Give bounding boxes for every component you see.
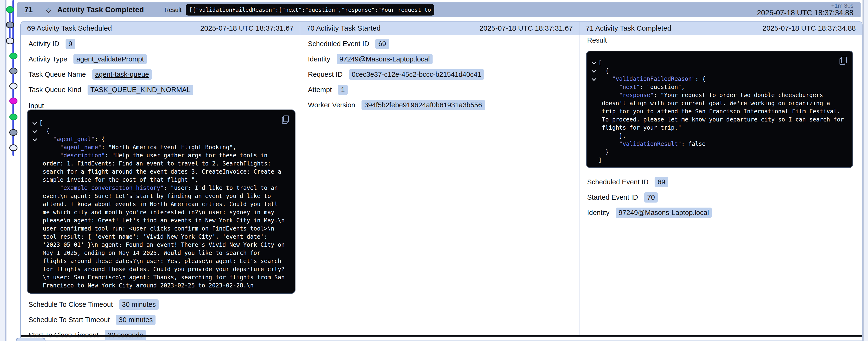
- field-value-badge: 0cec3e37-c12e-45c2-bccc-b21541d40c41: [349, 69, 484, 80]
- code-line: "validationResult": false: [590, 140, 848, 148]
- panel-title: 71 Activity Task Completed: [586, 24, 671, 32]
- timeline-track-line: [5, 0, 6, 341]
- code-line: flights for your trip.": [590, 124, 848, 132]
- field-value-badge: 70: [644, 192, 658, 203]
- elapsed-duration: +1m 30s: [831, 3, 854, 9]
- code-line: May 1 2025, ending on May 14 2025. Would…: [31, 249, 290, 257]
- code-text: for flights around these dates. Could yo…: [39, 266, 285, 273]
- code-line: {: [31, 127, 290, 135]
- field-value-badge: 9: [66, 39, 75, 49]
- code-text: ]: [598, 157, 602, 164]
- code-line: please\n agent: Great! Let's find an eve…: [31, 216, 290, 225]
- code-text: {: [598, 67, 609, 74]
- code-text: order: 1. FindEvents: Find an event to t…: [39, 160, 271, 167]
- code-text: To proceed, please let me know your depa…: [598, 116, 844, 123]
- timeline-event-dot-white[interactable]: [9, 83, 18, 90]
- field-row: Start To Close Timeout30 seconds: [28, 330, 295, 341]
- code-text: flights for your trip.": [598, 124, 681, 131]
- field-value-badge: 69: [375, 39, 389, 49]
- timeline-event-dot-green[interactable]: [9, 53, 18, 59]
- collapse-chevron-icon[interactable]: [590, 61, 598, 64]
- event-id-link[interactable]: 71: [24, 5, 33, 14]
- field-value-badge: agent_validatePrompt: [73, 54, 147, 64]
- code-line: event\n agent: Sure! Let's start by find…: [31, 192, 290, 200]
- field-row: Started Event ID70: [587, 192, 857, 203]
- code-text: \n user: San Francisco\n agent: Thanks, …: [39, 274, 285, 281]
- field-value-badge: 30 minutes: [119, 299, 159, 310]
- result-json-block: [ { "validationFailedReason": { "next": …: [586, 51, 853, 168]
- code-line: }: [590, 148, 848, 156]
- field-label: Identity: [308, 55, 331, 63]
- panel-header: 71 Activity Task Completed 2025-07-18 UT…: [580, 22, 862, 35]
- code-text: attend. I know about events in North Ame…: [39, 201, 278, 208]
- code-line: [: [31, 119, 290, 127]
- timeline-event-dot-gray[interactable]: [9, 68, 18, 74]
- code-text: "validationFailedReason": {: [598, 75, 706, 82]
- timeline-event-dot-white[interactable]: [9, 144, 18, 151]
- timeline-event-dot-white[interactable]: [6, 38, 14, 44]
- code-line: me which city and month you're intereste…: [31, 208, 290, 216]
- code-line: order: 1. FindEvents: Find an event to t…: [31, 160, 290, 168]
- code-text: "response": "Your request to order two d…: [598, 92, 823, 99]
- timeline-event-dot-gray[interactable]: [6, 22, 14, 28]
- panel-header: 70 Activity Task Started 2025-07-18 UTC …: [300, 22, 579, 35]
- copy-icon[interactable]: [840, 57, 847, 65]
- panel-header: 69 Activity Task Scheduled 2025-07-18 UT…: [21, 22, 300, 35]
- code-line: attend. I know about events in North Ame…: [31, 200, 290, 208]
- field-label: Request ID: [308, 71, 343, 78]
- field-label: Schedule To Close Timeout: [28, 301, 113, 308]
- code-line: trip for you to attend the San Francisco…: [590, 107, 848, 115]
- code-line: \n user: San Francisco\n agent: Thanks, …: [31, 273, 290, 281]
- field-value-badge: 97249@Masons-Laptop.local: [616, 208, 712, 218]
- event-row-71[interactable]: 71 ◇ Activity Task Completed Result [{"v…: [17, 2, 861, 17]
- timeline-event-dot-green[interactable]: [9, 113, 18, 120]
- panel-timestamp: 2025-07-18 UTC 18:37:31.67: [479, 24, 573, 32]
- field-row: Task Queue KindTASK_QUEUE_KIND_NORMAL: [28, 84, 295, 95]
- collapse-chevron-icon[interactable]: [590, 77, 598, 80]
- panel-timestamp: 2025-07-18 UTC 18:37:31.67: [200, 24, 293, 32]
- code-text: "agent_name": "North America Event Fligh…: [39, 144, 237, 151]
- code-line: tool_result: { 'event_name': 'Vivid New …: [31, 233, 290, 241]
- field-row: Scheduled Event ID69: [587, 176, 857, 187]
- panel-title: 69 Activity Task Scheduled: [27, 24, 112, 32]
- code-text: flights around these dates?\n user: Yes,…: [39, 258, 281, 265]
- code-line: simple invoice for the cost of that flig…: [31, 176, 290, 184]
- field-row: Request ID0cec3e37-c12e-45c2-bccc-b21541…: [308, 69, 574, 80]
- timeline-event-dot-gray[interactable]: [9, 129, 18, 136]
- code-text: search for a flight around the event dat…: [39, 168, 281, 175]
- next-event-row-stub[interactable]: [16, 338, 45, 341]
- collapse-chevron-icon[interactable]: [31, 129, 39, 133]
- panel-activity-task-started: 70 Activity Task Started 2025-07-18 UTC …: [300, 22, 579, 335]
- code-line: "response": "Your request to order two d…: [590, 91, 848, 99]
- code-line: {: [590, 67, 848, 75]
- collapse-chevron-icon[interactable]: [31, 121, 39, 125]
- field-value-badge: 69: [655, 177, 668, 187]
- task-queue-link[interactable]: agent-task-queue: [92, 69, 152, 80]
- field-value-badge: 394f5b2febe919624af0b61931a3b556: [362, 100, 485, 110]
- field-value-badge: 1: [338, 84, 348, 95]
- field-label: Attempt: [308, 86, 332, 94]
- copy-icon[interactable]: [282, 115, 289, 124]
- timeline-event-dot-green[interactable]: [6, 6, 14, 13]
- code-line: "example_conversation_history": "user: I…: [31, 184, 290, 192]
- result-preview-pill: [{"validationFailedReason":{"next":"ques…: [186, 4, 434, 15]
- code-line: '2023-05-01' }\n agent: Found an event! …: [31, 241, 290, 249]
- code-line: },: [590, 132, 848, 140]
- code-text: trip for you to attend the San Francisco…: [598, 108, 840, 115]
- field-label: Scheduled Event ID: [308, 40, 369, 48]
- code-line: for flights around these dates. Could yo…: [31, 265, 290, 273]
- scrollbar-gutter[interactable]: [864, 0, 868, 341]
- code-line: ]: [590, 156, 848, 164]
- collapse-chevron-icon[interactable]: [31, 137, 39, 141]
- code-text: user_confirmed_tool_run: <user clicks co…: [39, 225, 274, 232]
- field-row: Identity97249@Masons-Laptop.local: [587, 207, 857, 218]
- left-gutter: [0, 0, 5, 341]
- collapse-chevron-icon[interactable]: [590, 69, 598, 72]
- code-text: May 1 2025, ending on May 14 2025. Would…: [39, 250, 260, 257]
- code-text: [: [39, 120, 42, 126]
- timeline-event-dot-magenta[interactable]: [9, 98, 18, 104]
- field-label: Task Queue Kind: [28, 86, 81, 94]
- field-row: Schedule To Close Timeout30 minutes: [28, 299, 295, 310]
- field-label: Scheduled Event ID: [587, 178, 648, 186]
- code-line: "validationFailedReason": {: [590, 75, 848, 83]
